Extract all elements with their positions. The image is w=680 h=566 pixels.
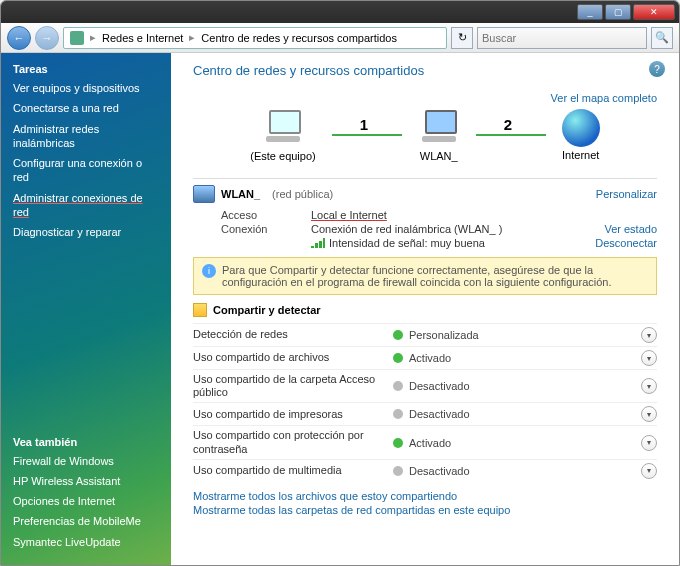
status-dot	[393, 438, 403, 448]
help-icon[interactable]: ?	[649, 61, 665, 77]
network-header: WLAN_ (red pública) Personalizar	[193, 178, 657, 203]
network-icon	[70, 31, 84, 45]
signal-value: Intensidad de señal: muy buena	[329, 237, 485, 249]
share-row: Uso compartido de multimediaDesactivado▾	[193, 459, 657, 482]
link-2: 2	[476, 134, 546, 136]
sidebar-item-connect[interactable]: Conectarse a una red	[13, 101, 159, 115]
sidebar-item-wireless[interactable]: Administrar redes inalámbricas	[13, 122, 159, 151]
refresh-button[interactable]: ↻	[451, 27, 473, 49]
sidebar-item-setup[interactable]: Configurar una conexión o red	[13, 156, 159, 185]
expand-button[interactable]: ▾	[641, 378, 657, 394]
row-label: Uso compartido de archivos	[193, 351, 393, 364]
main-panel: ? Centro de redes y recursos compartidos…	[171, 53, 679, 565]
row-value: Activado	[409, 437, 451, 449]
row-value: Activado	[409, 352, 451, 364]
share-icon	[193, 303, 207, 317]
expand-button[interactable]: ▾	[641, 350, 657, 366]
row-label: Uso compartido con protección por contra…	[193, 429, 393, 455]
network-diagram: (Este equipo) 1 WLAN_ 2 Internet	[221, 108, 629, 162]
row-value: Personalizada	[409, 329, 479, 341]
show-shared-files-link[interactable]: Mostrarme todos los archivos que estoy c…	[193, 490, 657, 502]
expand-button[interactable]: ▾	[641, 327, 657, 343]
sidebar-item-symantec[interactable]: Symantec LiveUpdate	[13, 535, 159, 549]
status-dot	[393, 381, 403, 391]
link1-label: 1	[360, 116, 368, 133]
expand-button[interactable]: ▾	[641, 406, 657, 422]
breadcrumb-sep: ▸	[189, 31, 195, 44]
row-value: Desactivado	[409, 465, 470, 477]
network-type: (red pública)	[272, 188, 333, 200]
show-shared-folders-link[interactable]: Mostrarme todas las carpetas de red comp…	[193, 504, 657, 516]
disconnect-link[interactable]: Desconectar	[595, 237, 657, 249]
internet-label: Internet	[562, 149, 599, 161]
sidebar-item-devices[interactable]: Ver equipos y dispositivos	[13, 81, 159, 95]
access-value: Local e Internet	[311, 209, 387, 221]
share-section-title: Compartir y detectar	[193, 303, 657, 317]
info-text: Para que Compartir y detectar funcione c…	[222, 264, 648, 288]
share-row: Uso compartido de archivosActivado▾	[193, 346, 657, 369]
wlan-label: WLAN_	[420, 150, 458, 162]
expand-button[interactable]: ▾	[641, 435, 657, 451]
share-title: Compartir y detectar	[213, 304, 321, 316]
view-status-link[interactable]: Ver estado	[604, 223, 657, 235]
pc-icon	[262, 108, 304, 148]
connection-label: Conexión	[221, 223, 311, 235]
row-label: Detección de redes	[193, 328, 393, 341]
expand-button[interactable]: ▾	[641, 463, 657, 479]
window: _ ▢ ✕ ← → ▸ Redes e Internet ▸ Centro de…	[0, 0, 680, 566]
link-1: 1	[332, 134, 402, 136]
customize-link[interactable]: Personalizar	[596, 188, 657, 200]
back-button[interactable]: ←	[7, 26, 31, 50]
status-dot	[393, 353, 403, 363]
sidebar-item-hp-wireless[interactable]: HP Wireless Assistant	[13, 474, 159, 488]
status-dot	[393, 466, 403, 476]
breadcrumb-2[interactable]: Centro de redes y recursos compartidos	[201, 32, 397, 44]
page-title: Centro de redes y recursos compartidos	[193, 63, 657, 78]
sidebar-item-mobileme[interactable]: Preferencias de MobileMe	[13, 514, 159, 528]
share-row: Uso compartido de la carpeta Acceso públ…	[193, 369, 657, 402]
share-row: Detección de redesPersonalizada▾	[193, 323, 657, 346]
see-also-header: Vea también	[13, 436, 159, 448]
node-internet[interactable]: Internet	[562, 109, 600, 161]
row-label: Uso compartido de impresoras	[193, 408, 393, 421]
sidebar-item-firewall[interactable]: Firewall de Windows	[13, 454, 159, 468]
row-label: Uso compartido de multimedia	[193, 464, 393, 477]
search-box[interactable]	[477, 27, 647, 49]
access-label: Acceso	[221, 209, 311, 221]
network-adapter-icon	[193, 185, 215, 203]
router-icon	[418, 108, 460, 148]
view-full-map-link[interactable]: Ver el mapa completo	[551, 92, 657, 104]
share-row: Uso compartido con protección por contra…	[193, 425, 657, 458]
sidebar: Tareas Ver equipos y dispositivos Conect…	[1, 53, 171, 565]
info-icon: i	[202, 264, 216, 278]
sidebar-item-manage-connections[interactable]: Administrar conexiones de red	[13, 191, 159, 220]
globe-icon	[562, 109, 600, 147]
signal-icon	[311, 238, 325, 248]
search-input[interactable]	[482, 32, 642, 44]
sidebar-item-diagnose[interactable]: Diagnosticar y reparar	[13, 225, 159, 239]
search-icon[interactable]: 🔍	[651, 27, 673, 49]
navbar: ← → ▸ Redes e Internet ▸ Centro de redes…	[1, 23, 679, 53]
titlebar: _ ▢ ✕	[1, 1, 679, 23]
node-wlan[interactable]: WLAN_	[418, 108, 460, 162]
node-this-pc[interactable]: (Este equipo)	[250, 108, 315, 162]
status-dot	[393, 330, 403, 340]
info-box: i Para que Compartir y detectar funcione…	[193, 257, 657, 295]
minimize-button[interactable]: _	[577, 4, 603, 20]
share-rows: Detección de redesPersonalizada▾Uso comp…	[193, 323, 657, 482]
breadcrumb-sep: ▸	[90, 31, 96, 44]
breadcrumb-1[interactable]: Redes e Internet	[102, 32, 183, 44]
maximize-button[interactable]: ▢	[605, 4, 631, 20]
address-bar[interactable]: ▸ Redes e Internet ▸ Centro de redes y r…	[63, 27, 447, 49]
row-value: Desactivado	[409, 380, 470, 392]
forward-button[interactable]: →	[35, 26, 59, 50]
sidebar-item-internet-options[interactable]: Opciones de Internet	[13, 494, 159, 508]
link2-label: 2	[504, 116, 512, 133]
status-dot	[393, 409, 403, 419]
content: Tareas Ver equipos y dispositivos Conect…	[1, 53, 679, 565]
row-value: Desactivado	[409, 408, 470, 420]
tasks-header: Tareas	[13, 63, 159, 75]
close-button[interactable]: ✕	[633, 4, 675, 20]
network-name: WLAN_	[221, 188, 260, 200]
share-row: Uso compartido de impresorasDesactivado▾	[193, 402, 657, 425]
